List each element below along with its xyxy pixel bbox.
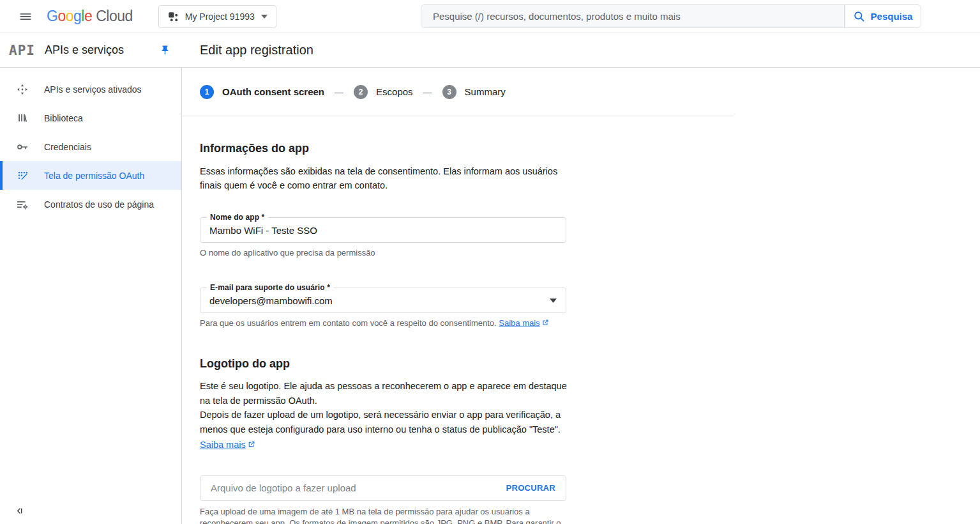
main-content: Edit app registration 1 OAuth consent sc… [182, 33, 980, 524]
logo-letter: g [73, 8, 81, 24]
logo-letter: G [47, 8, 57, 24]
sidebar-item-enabled-apis[interactable]: APIs e serviços ativados [0, 75, 181, 104]
page-header: Edit app registration [182, 33, 980, 68]
key-icon [16, 141, 29, 153]
logo-upload-placeholder: Arquivo de logotipo a fazer upload [211, 482, 356, 493]
sidebar-item-label: Credenciais [44, 142, 91, 152]
cloud-wordmark: Cloud [96, 8, 133, 25]
sidebar: API APIs e serviços APIs e serviços ativ… [0, 33, 182, 524]
sidebar-item-credentials[interactable]: Credenciais [0, 132, 181, 161]
project-name: My Project 91993 [185, 12, 255, 22]
sidebar-item-label: Contratos de uso de página [44, 199, 154, 210]
step-3-label[interactable]: Summary [465, 86, 506, 97]
app-name-helper: O nome do aplicativo que precisa da perm… [200, 247, 566, 258]
logo-description-1: Este é seu logotipo. Ele ajuda as pessoa… [200, 379, 569, 408]
stepper: 1 OAuth consent screen — 2 Escopos — 3 S… [182, 68, 734, 116]
logo-upload-field[interactable]: Arquivo de logotipo a fazer upload PROCU… [200, 475, 566, 501]
step-separator: — [335, 87, 343, 97]
app-info-description: Essas informações são exibidas na tela d… [200, 164, 566, 192]
step-2-label[interactable]: Escopos [376, 86, 413, 97]
google-cloud-logo[interactable]: Google Cloud [47, 8, 133, 25]
app-info-heading: Informações do app [200, 142, 753, 155]
logo-learn-more-link[interactable]: Saiba mais [200, 440, 246, 450]
external-link-icon [247, 438, 255, 453]
api-product-icon: API [9, 43, 35, 58]
top-bar: Google Cloud My Project 91993 Pesquisa [0, 0, 980, 33]
search-button[interactable]: Pesquisa [844, 5, 921, 27]
pin-button[interactable] [160, 45, 170, 56]
support-email-learn-more-link[interactable]: Saiba mais [499, 318, 539, 328]
consent-screen-icon [16, 169, 29, 182]
hamburger-icon [19, 10, 33, 24]
sidebar-title: APIs e serviços [45, 43, 124, 57]
sidebar-header: API APIs e serviços [0, 33, 182, 68]
collapse-sidebar-icon [14, 505, 25, 516]
logo-description-2: Depois de fazer upload de um logotipo, s… [200, 408, 569, 436]
project-icon [167, 11, 179, 22]
external-link-icon [541, 318, 549, 329]
logo-letter: e [84, 8, 92, 24]
logo-letter: o [57, 8, 65, 24]
support-email-value: developers@mambowifi.com [200, 295, 550, 306]
sidebar-item-label: APIs e serviços ativados [44, 84, 142, 95]
step-1-circle: 1 [200, 85, 214, 99]
global-search: Pesquisa [421, 4, 921, 28]
sidebar-item-oauth-consent-screen[interactable]: Tela de permissão OAuth [0, 161, 181, 190]
support-email-label: E-mail para suporte do usuário * [207, 283, 333, 292]
app-name-label: Nome do app * [207, 213, 268, 222]
page-title: Edit app registration [200, 43, 313, 58]
sidebar-nav: APIs e serviços ativados Biblioteca [0, 68, 182, 524]
logo-section-heading: Logotipo do app [200, 357, 753, 371]
menu-button[interactable] [16, 7, 35, 26]
caret-down-icon [261, 15, 268, 19]
search-input[interactable] [421, 5, 844, 27]
browse-button[interactable]: PROCURAR [506, 483, 555, 493]
app-name-field: Nome do app * [200, 217, 566, 243]
enabled-apis-icon [16, 83, 29, 96]
pin-icon [160, 45, 170, 56]
project-selector[interactable]: My Project 91993 [158, 5, 276, 28]
dropdown-caret-icon [550, 298, 557, 303]
support-email-field[interactable]: E-mail para suporte do usuário * develop… [200, 288, 566, 313]
sidebar-item-library[interactable]: Biblioteca [0, 104, 181, 132]
support-email-helper-text: Para que os usuários entrem em contato c… [200, 318, 497, 328]
search-icon [853, 10, 866, 23]
sidebar-item-page-usage-agreements[interactable]: Contratos de uso de página [0, 190, 181, 219]
step-separator: — [423, 87, 432, 97]
list-gear-icon [16, 198, 29, 211]
library-icon [16, 112, 29, 125]
sidebar-item-label: Biblioteca [44, 113, 83, 123]
logo-letter: o [66, 8, 73, 24]
logo-upload-helper: Faça upload de uma imagem de até 1 MB na… [200, 506, 561, 524]
step-1-label: OAuth consent screen [222, 86, 324, 97]
step-2-circle: 2 [354, 85, 368, 99]
collapse-sidebar-button[interactable] [14, 505, 25, 516]
search-button-label: Pesquisa [871, 11, 913, 22]
step-3-circle: 3 [442, 85, 456, 99]
support-email-helper: Para que os usuários entrem em contato c… [200, 318, 566, 329]
sidebar-item-label: Tela de permissão OAuth [44, 171, 144, 181]
